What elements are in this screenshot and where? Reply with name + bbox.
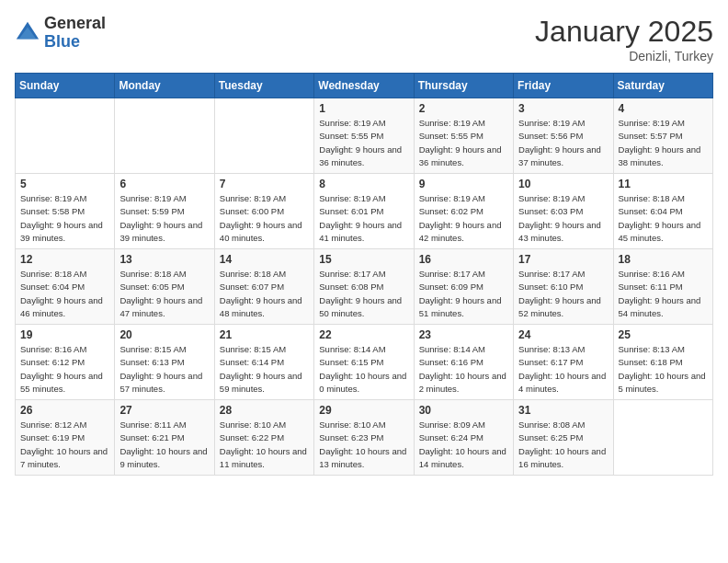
daylight-text: Daylight: 10 hours and 5 minutes. — [619, 371, 706, 394]
month-title: January 2025 — [535, 15, 713, 49]
day-number: 17 — [518, 253, 608, 266]
sunrise-text: Sunrise: 8:13 AM — [619, 344, 685, 354]
daylight-text: Daylight: 10 hours and 9 minutes. — [119, 446, 207, 469]
day-info: Sunrise: 8:18 AM Sunset: 6:04 PM Dayligh… — [619, 192, 708, 245]
calendar-cell: 27 Sunrise: 8:11 AM Sunset: 6:21 PM Dayl… — [115, 400, 214, 476]
sunset-text: Sunset: 6:15 PM — [319, 357, 383, 367]
day-number: 12 — [20, 253, 109, 266]
daylight-text: Daylight: 9 hours and 50 minutes. — [319, 295, 402, 318]
day-of-week-header: Monday — [115, 74, 214, 98]
calendar-cell: 19 Sunrise: 8:16 AM Sunset: 6:12 PM Dayl… — [16, 325, 115, 400]
calendar-cell: 4 Sunrise: 8:19 AM Sunset: 5:57 PM Dayli… — [613, 98, 712, 174]
calendar-week-row: 1 Sunrise: 8:19 AM Sunset: 5:55 PM Dayli… — [16, 98, 713, 174]
sunset-text: Sunset: 6:04 PM — [619, 206, 683, 216]
daylight-text: Daylight: 9 hours and 42 minutes. — [419, 220, 502, 243]
day-number: 7 — [220, 178, 309, 190]
sunrise-text: Sunrise: 8:19 AM — [518, 193, 585, 203]
daylight-text: Daylight: 9 hours and 52 minutes. — [518, 295, 601, 318]
calendar-cell — [115, 98, 214, 174]
calendar-cell: 30 Sunrise: 8:09 AM Sunset: 6:24 PM Dayl… — [414, 400, 513, 476]
sunrise-text: Sunrise: 8:18 AM — [119, 269, 186, 279]
day-info: Sunrise: 8:17 AM Sunset: 6:09 PM Dayligh… — [419, 268, 508, 320]
sunrise-text: Sunrise: 8:18 AM — [20, 269, 86, 279]
calendar-table: SundayMondayTuesdayWednesdayThursdayFrid… — [15, 73, 713, 476]
day-number: 22 — [319, 328, 408, 341]
calendar-cell: 25 Sunrise: 8:13 AM Sunset: 6:18 PM Dayl… — [613, 325, 712, 400]
logo-text: General Blue — [44, 15, 106, 52]
day-number: 2 — [419, 102, 508, 115]
day-info: Sunrise: 8:16 AM Sunset: 6:11 PM Dayligh… — [619, 268, 708, 320]
day-number: 4 — [619, 102, 708, 115]
sunset-text: Sunset: 6:01 PM — [319, 206, 383, 216]
day-number: 8 — [319, 178, 408, 190]
sunset-text: Sunset: 6:12 PM — [20, 357, 85, 367]
daylight-text: Daylight: 9 hours and 36 minutes. — [419, 144, 502, 167]
daylight-text: Daylight: 10 hours and 7 minutes. — [20, 446, 108, 469]
daylight-text: Daylight: 9 hours and 37 minutes. — [518, 144, 601, 167]
sunset-text: Sunset: 6:25 PM — [518, 432, 583, 442]
sunrise-text: Sunrise: 8:17 AM — [419, 269, 485, 279]
daylight-text: Daylight: 10 hours and 0 minutes. — [319, 371, 406, 394]
calendar-week-row: 26 Sunrise: 8:12 AM Sunset: 6:19 PM Dayl… — [16, 400, 713, 476]
daylight-text: Daylight: 9 hours and 59 minutes. — [220, 371, 302, 394]
sunset-text: Sunset: 6:22 PM — [220, 432, 284, 442]
day-info: Sunrise: 8:18 AM Sunset: 6:05 PM Dayligh… — [119, 268, 209, 320]
calendar-cell — [16, 98, 115, 174]
sunrise-text: Sunrise: 8:16 AM — [619, 269, 685, 279]
sunset-text: Sunset: 6:03 PM — [518, 206, 583, 216]
day-of-week-header: Thursday — [414, 74, 513, 98]
calendar-week-row: 19 Sunrise: 8:16 AM Sunset: 6:12 PM Dayl… — [16, 325, 713, 400]
day-number: 3 — [518, 102, 608, 115]
calendar-cell: 12 Sunrise: 8:18 AM Sunset: 6:04 PM Dayl… — [16, 249, 115, 325]
calendar-cell: 29 Sunrise: 8:10 AM Sunset: 6:23 PM Dayl… — [314, 400, 414, 476]
sunrise-text: Sunrise: 8:18 AM — [220, 269, 286, 279]
calendar-cell: 2 Sunrise: 8:19 AM Sunset: 5:55 PM Dayli… — [414, 98, 513, 174]
calendar-cell: 9 Sunrise: 8:19 AM Sunset: 6:02 PM Dayli… — [414, 174, 513, 249]
sunrise-text: Sunrise: 8:08 AM — [518, 419, 585, 430]
sunrise-text: Sunrise: 8:17 AM — [319, 269, 385, 279]
sunset-text: Sunset: 6:19 PM — [20, 432, 85, 442]
calendar-cell: 26 Sunrise: 8:12 AM Sunset: 6:19 PM Dayl… — [16, 400, 115, 476]
sunset-text: Sunset: 6:13 PM — [119, 357, 184, 367]
day-info: Sunrise: 8:19 AM Sunset: 5:55 PM Dayligh… — [319, 117, 408, 169]
calendar-cell: 17 Sunrise: 8:17 AM Sunset: 6:10 PM Dayl… — [514, 249, 613, 325]
sunset-text: Sunset: 6:10 PM — [518, 282, 583, 292]
day-info: Sunrise: 8:19 AM Sunset: 6:03 PM Dayligh… — [518, 192, 608, 245]
day-info: Sunrise: 8:10 AM Sunset: 6:23 PM Dayligh… — [319, 419, 408, 471]
sunrise-text: Sunrise: 8:19 AM — [619, 118, 685, 128]
day-number: 19 — [20, 328, 109, 341]
day-of-week-header: Tuesday — [214, 74, 313, 98]
day-number: 21 — [220, 328, 309, 341]
sunrise-text: Sunrise: 8:19 AM — [419, 193, 485, 203]
calendar-cell: 16 Sunrise: 8:17 AM Sunset: 6:09 PM Dayl… — [414, 249, 513, 325]
day-of-week-header: Friday — [514, 74, 613, 98]
day-number: 5 — [20, 178, 109, 190]
calendar-header-row: SundayMondayTuesdayWednesdayThursdayFrid… — [16, 74, 713, 98]
sunrise-text: Sunrise: 8:19 AM — [220, 193, 286, 203]
sunrise-text: Sunrise: 8:13 AM — [518, 344, 585, 354]
day-number: 15 — [319, 253, 408, 266]
daylight-text: Daylight: 9 hours and 36 minutes. — [319, 144, 402, 167]
daylight-text: Daylight: 9 hours and 54 minutes. — [619, 295, 701, 318]
day-info: Sunrise: 8:19 AM Sunset: 5:59 PM Dayligh… — [119, 192, 209, 245]
calendar-cell: 31 Sunrise: 8:08 AM Sunset: 6:25 PM Dayl… — [514, 400, 613, 476]
calendar-cell: 3 Sunrise: 8:19 AM Sunset: 5:56 PM Dayli… — [514, 98, 613, 174]
calendar-cell: 15 Sunrise: 8:17 AM Sunset: 6:08 PM Dayl… — [314, 249, 414, 325]
day-number: 20 — [119, 328, 209, 341]
sunrise-text: Sunrise: 8:19 AM — [319, 193, 385, 203]
daylight-text: Daylight: 9 hours and 43 minutes. — [518, 220, 601, 243]
day-number: 14 — [220, 253, 309, 266]
calendar-cell: 20 Sunrise: 8:15 AM Sunset: 6:13 PM Dayl… — [115, 325, 214, 400]
calendar-cell: 18 Sunrise: 8:16 AM Sunset: 6:11 PM Dayl… — [613, 249, 712, 325]
sunset-text: Sunset: 6:07 PM — [220, 282, 284, 292]
day-info: Sunrise: 8:14 AM Sunset: 6:15 PM Dayligh… — [319, 343, 408, 396]
sunset-text: Sunset: 6:24 PM — [419, 432, 483, 442]
day-info: Sunrise: 8:12 AM Sunset: 6:19 PM Dayligh… — [20, 419, 109, 471]
sunset-text: Sunset: 6:23 PM — [319, 432, 383, 442]
day-info: Sunrise: 8:11 AM Sunset: 6:21 PM Dayligh… — [119, 419, 209, 471]
calendar-cell: 6 Sunrise: 8:19 AM Sunset: 5:59 PM Dayli… — [115, 174, 214, 249]
daylight-text: Daylight: 10 hours and 16 minutes. — [518, 446, 606, 469]
daylight-text: Daylight: 9 hours and 39 minutes. — [20, 220, 103, 243]
calendar-cell: 23 Sunrise: 8:14 AM Sunset: 6:16 PM Dayl… — [414, 325, 513, 400]
sunset-text: Sunset: 6:05 PM — [119, 282, 184, 292]
